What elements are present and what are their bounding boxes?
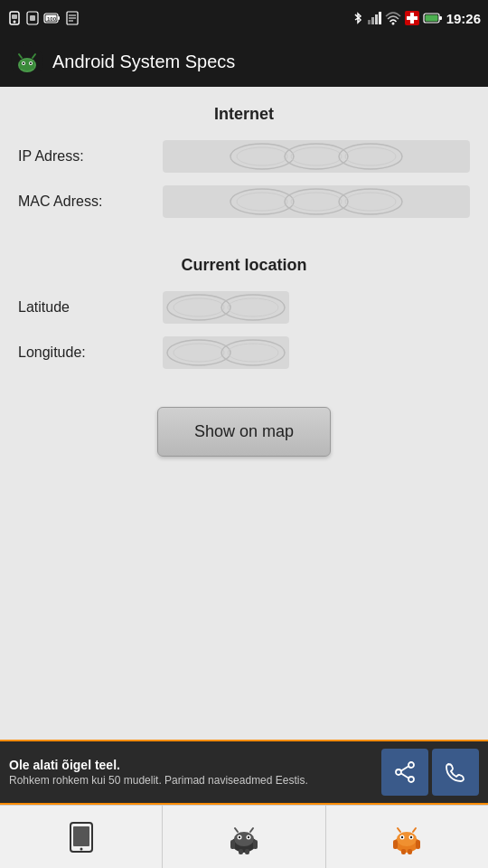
latitude-value [163,291,289,324]
status-bar: 100 [0,0,488,36]
longitude-scribble [163,336,289,369]
nav-item-device[interactable] [0,806,163,868]
svg-line-82 [398,828,400,832]
mac-label: MAC Adress: [18,193,163,210]
svg-point-17 [391,23,394,25]
svg-point-30 [23,62,24,64]
svg-rect-23 [425,15,437,22]
battery-full-icon: 100 [43,11,61,25]
svg-point-37 [291,147,342,165]
svg-rect-84 [393,840,398,849]
svg-line-57 [401,767,408,771]
svg-point-51 [174,344,224,362]
svg-rect-86 [401,849,406,854]
internet-section-title: Internet [18,105,470,124]
svg-point-45 [345,193,396,211]
svg-line-58 [401,774,408,778]
time-display: 19:26 [446,11,481,26]
top-bar: Android System Specs [0,36,488,87]
ad-title: Ole alati õigel teel. [9,758,372,772]
svg-rect-16 [379,12,381,24]
sim-icon [25,11,40,25]
svg-point-41 [237,193,287,211]
phone-icon [444,760,467,784]
battery-icon [423,11,443,25]
svg-point-64 [234,832,254,846]
svg-rect-15 [375,14,378,24]
svg-text:100: 100 [47,16,57,22]
svg-point-2 [14,21,16,24]
location-section-title: Current location [18,256,470,275]
svg-point-68 [248,835,249,837]
svg-point-49 [228,298,278,316]
bluetooth-icon [352,11,363,25]
svg-point-43 [291,193,342,211]
location-section: Current location Latitude Longitude: [18,256,470,371]
latitude-label: Latitude [18,299,163,316]
device-nav-icon-wrap [63,819,99,855]
svg-rect-4 [30,15,35,21]
longitude-value [163,336,289,369]
svg-point-61 [80,847,82,850]
show-on-map-button[interactable]: Show on map [157,407,331,457]
svg-point-31 [30,62,32,64]
latitude-row: Latitude [18,289,470,326]
svg-point-77 [397,832,417,846]
ad-text-area: Ole alati õigel teel. Rohkem rohkem kui … [9,758,372,787]
longitude-row: Longitude: [18,335,470,371]
svg-point-53 [228,344,278,362]
ad-buttons [381,749,479,796]
wifi-icon [385,11,401,25]
svg-rect-14 [371,17,374,24]
status-icons-left: 100 [7,11,80,25]
svg-rect-60 [73,826,89,846]
ad-subtitle: Rohkem rohkem kui 50 mudelit. Parimad na… [9,774,372,787]
robot-nav-icon-wrap [226,819,262,855]
svg-rect-73 [239,849,243,854]
robot-nav-icon [226,819,262,855]
svg-line-83 [413,828,416,832]
robot-orange-nav-icon-wrap [389,819,425,855]
svg-point-55 [396,769,401,775]
ad-banner: Ole alati õigel teel. Rohkem rohkem kui … [0,740,488,805]
nav-item-robot-orange[interactable] [326,806,488,868]
svg-rect-13 [368,20,371,24]
mac-value [163,185,470,218]
ip-value [163,140,470,173]
usb-icon [7,11,22,25]
mac-scribble [163,185,470,218]
share-icon [393,760,417,784]
svg-line-70 [250,828,253,832]
doc-icon [65,11,80,25]
ad-share-button[interactable] [381,749,428,796]
svg-point-54 [408,762,414,768]
swiss-icon [405,11,419,25]
svg-rect-87 [408,849,412,854]
svg-rect-20 [407,16,418,20]
nav-item-robot[interactable] [163,806,325,868]
longitude-label: Longitude: [18,344,163,361]
ip-scribble [163,140,470,173]
device-nav-icon [65,821,98,854]
svg-point-39 [345,147,396,165]
svg-point-35 [237,147,287,165]
ad-phone-button[interactable] [432,749,479,796]
signal-icon [367,11,381,25]
svg-point-81 [410,835,412,837]
ip-address-row: IP Adress: [18,138,470,175]
svg-point-67 [239,835,240,837]
mac-address-row: MAC Adress: [18,184,470,220]
latitude-scribble [163,291,289,324]
app-title: Android System Specs [52,52,235,72]
svg-rect-71 [230,840,235,849]
app-icon [11,45,43,78]
robot-orange-nav-icon [389,819,425,855]
svg-point-80 [401,835,403,837]
svg-rect-85 [416,840,420,849]
internet-section: Internet IP Adress: MAC Adress: [18,105,470,220]
svg-rect-74 [245,849,249,854]
bottom-nav [0,805,488,868]
status-icons-right: 19:26 [352,11,481,26]
svg-point-56 [408,777,414,782]
svg-rect-6 [58,16,60,20]
